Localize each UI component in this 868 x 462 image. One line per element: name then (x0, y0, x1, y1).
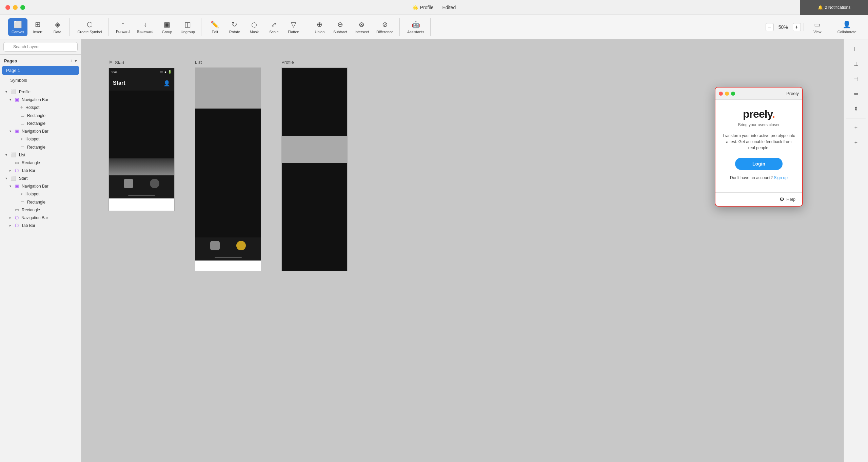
flatten-icon: ▽ (291, 20, 296, 28)
intersect-icon: ⊗ (359, 20, 364, 28)
search-input[interactable] (3, 42, 78, 52)
union-button[interactable]: ⊕ Union (310, 18, 329, 36)
modal-maximize[interactable] (731, 92, 735, 96)
toolbar-group-view: ⬜ Canvas ⊞ Insert ◈ Data (5, 18, 70, 36)
main-layout: 🔍 Pages + ▾ Page 1 Symbols ▾ ⬜ Profile (0, 39, 868, 462)
artboard-list-frame[interactable] (195, 68, 261, 271)
pages-menu-button[interactable]: ▾ (75, 58, 77, 63)
artboard-profile-label: Profile (281, 60, 294, 65)
distribute-h-button[interactable]: ⇔ (849, 87, 863, 100)
data-button[interactable]: ◈ Data (48, 18, 67, 36)
notifications-badge[interactable]: 🔔 2 Notifications (800, 0, 868, 15)
artboard-icon-profile: ⬜ (11, 89, 16, 94)
layer-profile-rect2[interactable]: ▭ Rectangle (0, 119, 81, 127)
layer-start-rect2[interactable]: ▭ Rectangle (0, 206, 81, 214)
layer-start-tabbar[interactable]: ▸ ⬡ Tab Bar (0, 222, 81, 229)
layer-profile-navbars-2[interactable]: ▾ ▣ Navigation Bar (0, 127, 81, 135)
layer-profile-navbars-1[interactable]: ▾ ▣ Navigation Bar (0, 96, 81, 103)
artboard-profile-frame[interactable] (281, 68, 348, 271)
layer-toggle-profile-nav1: ▾ (9, 98, 14, 101)
modal-close[interactable] (719, 92, 723, 96)
layer-profile[interactable]: ▾ ⬜ Profile (0, 88, 81, 96)
window-maximize[interactable] (20, 5, 25, 10)
group-icon-profile-nav2: ▣ (15, 129, 19, 134)
assistants-button[interactable]: 🤖 Assistants (404, 18, 428, 36)
sidebar: 🔍 Pages + ▾ Page 1 Symbols ▾ ⬜ Profile (0, 39, 81, 462)
view-label: View (813, 30, 822, 34)
add-h-button[interactable]: + (849, 136, 863, 150)
layer-start-r2-label: Rectangle (22, 208, 40, 212)
rotate-button[interactable]: ↻ Rotate (225, 18, 244, 36)
pages-header-buttons: + ▾ (70, 58, 77, 63)
scale-button[interactable]: ⤢ Scale (264, 18, 283, 36)
preely-modal: Preely preely. Bring your users closer T… (715, 87, 803, 207)
insert-button[interactable]: ⊞ Insert (28, 18, 47, 36)
zoom-value[interactable]: 50% (774, 24, 792, 30)
mask-button[interactable]: ◌ Mask (245, 18, 264, 36)
subtract-button[interactable]: ⊖ Subtract (330, 18, 351, 36)
flatten-button[interactable]: ▽ Flatten (284, 18, 303, 36)
layer-list-tabbar[interactable]: ▸ ⬡ Tab Bar (0, 167, 81, 174)
profile-body-2 (282, 163, 347, 231)
symbol-icon-list-tab: ⬡ (15, 168, 19, 173)
help-text[interactable]: Help (786, 197, 795, 202)
union-icon: ⊕ (317, 20, 322, 28)
ungroup-button[interactable]: ◫ Ungroup (177, 18, 198, 36)
assistants-icon: 🤖 (412, 20, 420, 28)
symbols-item[interactable]: Symbols (2, 76, 79, 85)
window-minimize[interactable] (13, 5, 18, 10)
page-1-item[interactable]: Page 1 (2, 66, 79, 75)
artboard-start-frame[interactable]: 9:41 ▪▪▪ ▲ 🔋 Start 👤 (108, 68, 175, 211)
align-center-button[interactable]: ⊥ (849, 57, 863, 71)
zoom-minus-button[interactable]: − (766, 23, 774, 31)
backward-button[interactable]: ↓ Backward (134, 18, 157, 36)
window-close[interactable] (5, 5, 10, 10)
layer-start-rect1[interactable]: ▭ Rectangle (0, 198, 81, 206)
layer-start-navbars-2[interactable]: ▸ ⬡ Navigation Bar (0, 214, 81, 222)
collaborate-button[interactable]: 👤 Collaborate (834, 18, 860, 36)
layer-start[interactable]: ▾ ⬜ Start (0, 174, 81, 182)
modal-titlebar: Preely (715, 88, 802, 100)
rect-icon-6: ▭ (15, 207, 19, 212)
layer-list[interactable]: ▾ ⬜ List (0, 151, 81, 159)
add-v-button[interactable]: + (849, 121, 863, 135)
edit-button[interactable]: ✏️ Edit (205, 18, 224, 36)
layer-list-rect1[interactable]: ▭ Rectangle (0, 159, 81, 167)
canvas-button[interactable]: ⬜ Canvas (8, 18, 27, 36)
canvas-area[interactable]: ⚑ Start 9:41 ▪▪▪ ▲ 🔋 Start 👤 (81, 39, 844, 462)
create-symbol-button[interactable]: ⬡ Create Symbol (74, 18, 105, 36)
phone-body-1 (109, 91, 174, 158)
layer-profile-nav1-label: Navigation Bar (22, 97, 48, 102)
layer-profile-hotspot1[interactable]: ⌖ Hotspot (0, 103, 81, 112)
login-button[interactable]: Login (735, 158, 783, 170)
title-status: Edited (442, 5, 456, 10)
difference-button[interactable]: ⊘ Difference (373, 18, 397, 36)
distribute-v-button[interactable]: ⇕ (849, 102, 863, 115)
status-time: 9:41 (112, 70, 118, 74)
layer-start-navbars[interactable]: ▾ ▣ Navigation Bar (0, 182, 81, 190)
artboard-list-name: List (195, 60, 202, 65)
layer-start-hotspot[interactable]: ⌖ Hotspot (0, 190, 81, 198)
group-button[interactable]: ▣ Group (158, 18, 177, 36)
symbols-label: Symbols (10, 78, 27, 83)
forward-button[interactable]: ↑ Forward (113, 18, 133, 36)
align-left-button[interactable]: ⊢ (849, 42, 863, 56)
artboard-start-container: ⚑ Start 9:41 ▪▪▪ ▲ 🔋 Start 👤 (108, 60, 175, 211)
intersect-button[interactable]: ⊗ Intersect (351, 18, 372, 36)
collaborate-label: Collaborate (837, 30, 856, 34)
layer-profile-rect1[interactable]: ▭ Rectangle (0, 112, 81, 119)
view-button[interactable]: ▭ View (808, 18, 827, 36)
difference-label: Difference (376, 30, 393, 34)
layer-profile-hotspot2[interactable]: ⌖ Hotspot (0, 135, 81, 143)
rect-icon-4: ▭ (15, 160, 19, 165)
signup-link[interactable]: Sign up (774, 175, 788, 180)
add-page-button[interactable]: + (70, 58, 73, 63)
layer-profile-r1-label: Rectangle (27, 113, 45, 118)
layer-profile-rect3[interactable]: ▭ Rectangle (0, 143, 81, 151)
search-wrapper: 🔍 (3, 42, 78, 52)
artboard-profile-container: Profile (281, 60, 348, 271)
modal-minimize[interactable] (725, 92, 729, 96)
toolbar-group-collaborate: 👤 Collaborate (831, 18, 863, 36)
zoom-plus-button[interactable]: + (793, 23, 801, 31)
align-right-button[interactable]: ⊣ (849, 72, 863, 85)
